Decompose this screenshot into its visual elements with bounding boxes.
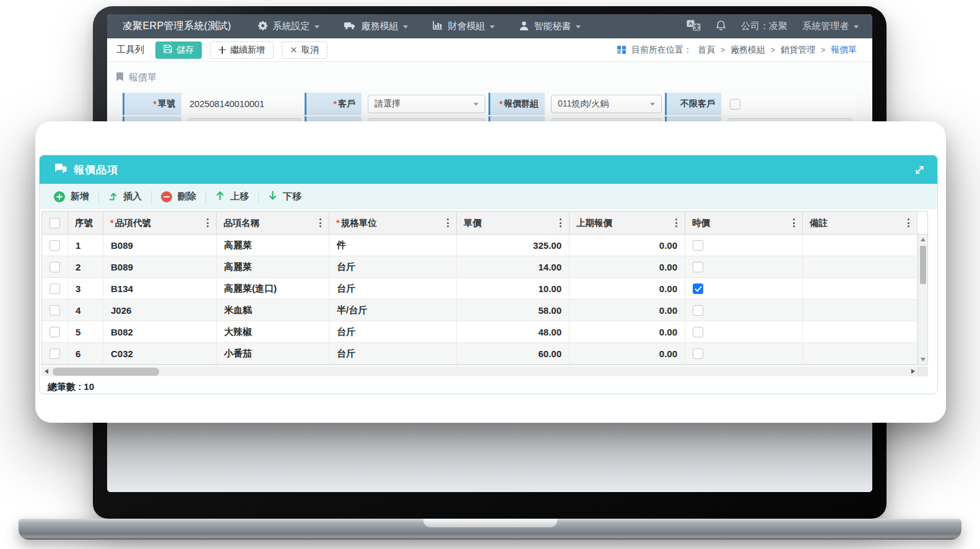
bell-icon[interactable] — [716, 20, 726, 33]
horizontal-scrollbar-track[interactable] — [51, 366, 908, 376]
required-marker: * — [500, 99, 503, 109]
cell-note[interactable] — [803, 278, 917, 299]
cell-price[interactable]: 14.00 — [457, 256, 570, 277]
cell-note[interactable] — [803, 256, 917, 277]
cell-name[interactable]: 高麗菜 — [217, 256, 329, 277]
column-menu-icon[interactable] — [206, 217, 209, 228]
quotation-items-modal: 報價品項 新增 插入 刪除 — [35, 121, 946, 423]
row-select-checkbox[interactable] — [50, 348, 60, 359]
market-price-checkbox[interactable] — [693, 305, 703, 316]
scroll-up-icon[interactable] — [921, 238, 926, 241]
row-select-checkbox[interactable] — [50, 305, 60, 316]
cell-unit[interactable]: 台斤 — [329, 256, 457, 277]
market-price-checkbox[interactable] — [693, 283, 703, 294]
column-menu-icon[interactable] — [907, 217, 910, 228]
cell-unit[interactable]: 件 — [329, 235, 457, 256]
horizontal-scrollbar[interactable] — [41, 366, 928, 376]
cell-price[interactable]: 60.00 — [457, 343, 570, 364]
cell-prev[interactable]: 0.00 — [570, 343, 685, 364]
column-menu-icon[interactable] — [559, 217, 562, 228]
vertical-scrollbar-thumb[interactable] — [920, 246, 926, 284]
scroll-right-button[interactable] — [908, 366, 918, 376]
menu-factory-module[interactable]: 廠務模組 — [344, 20, 408, 32]
vertical-scrollbar[interactable] — [917, 235, 927, 365]
quote-group-select[interactable]: 011燒肉/火鍋 — [551, 95, 662, 113]
continue-add-button[interactable]: 繼續新增 — [210, 41, 274, 59]
cell-code[interactable]: C032 — [103, 343, 217, 364]
row-select-checkbox[interactable] — [50, 262, 60, 272]
modal-title: 報價品項 — [74, 163, 118, 177]
cell-name[interactable]: 大辣椒 — [217, 321, 329, 342]
cell-price[interactable]: 58.00 — [457, 300, 570, 321]
cell-name[interactable]: 高麗菜(進口) — [217, 278, 329, 299]
column-menu-icon[interactable] — [675, 217, 678, 228]
cell-unit[interactable]: 台斤 — [329, 278, 457, 299]
market-price-checkbox[interactable] — [693, 348, 703, 359]
row-select-checkbox[interactable] — [50, 327, 60, 337]
scroll-down-icon[interactable] — [921, 358, 926, 361]
cell-prev[interactable]: 0.00 — [570, 321, 685, 342]
cell-code[interactable]: B082 — [103, 321, 217, 342]
table-row: 3B134高麗菜(進口)台斤10.000.00 — [42, 278, 927, 300]
add-row-button[interactable]: 新增 — [45, 184, 98, 209]
cell-price[interactable]: 48.00 — [457, 321, 570, 342]
cell-market — [685, 256, 803, 277]
expand-icon[interactable] — [914, 165, 925, 175]
select-all-checkbox[interactable] — [50, 218, 60, 228]
horizontal-scrollbar-thumb[interactable] — [53, 368, 159, 376]
market-price-checkbox[interactable] — [693, 262, 703, 272]
scroll-left-button[interactable] — [41, 366, 51, 376]
delete-row-button[interactable]: 刪除 — [152, 184, 206, 209]
column-menu-icon[interactable] — [792, 217, 796, 228]
cell-note[interactable] — [803, 300, 917, 321]
menu-system-settings[interactable]: 系統設定 — [258, 20, 319, 32]
market-price-checkbox[interactable] — [693, 240, 703, 251]
cell-note[interactable] — [803, 321, 917, 342]
cell-name[interactable]: 高麗菜 — [217, 235, 329, 256]
breadcrumb-sales-management[interactable]: 銷貨管理 — [781, 45, 815, 56]
cell-note[interactable] — [803, 235, 917, 256]
cell-prev[interactable]: 0.00 — [570, 256, 685, 277]
cell-prev[interactable]: 0.00 — [570, 300, 685, 321]
unlimited-customer-checkbox[interactable] — [730, 99, 740, 110]
market-price-checkbox[interactable] — [693, 327, 703, 337]
quote-group-label: *報價群組 — [490, 93, 545, 115]
insert-row-button[interactable]: 插入 — [99, 184, 151, 209]
row-select-checkbox[interactable] — [50, 283, 60, 294]
minus-circle-icon — [161, 191, 172, 202]
cancel-button[interactable]: 取消 — [282, 41, 327, 59]
user-menu[interactable]: 系統管理者 — [802, 20, 859, 32]
bookmark-icon — [116, 72, 123, 83]
menu-smart-secretary[interactable]: 智能秘書 — [519, 20, 581, 32]
cell-code[interactable]: B089 — [103, 256, 217, 277]
cell-note[interactable] — [803, 343, 917, 364]
order-no-value: 202508140010001 — [181, 93, 305, 115]
cell-code[interactable]: J026 — [103, 300, 217, 321]
save-button[interactable]: 儲存 — [155, 41, 202, 59]
column-menu-icon[interactable] — [446, 217, 449, 228]
cell-name[interactable]: 米血糕 — [217, 300, 329, 321]
cell-price[interactable]: 325.00 — [457, 235, 570, 256]
cell-prev[interactable]: 0.00 — [570, 235, 685, 256]
section-title-text: 報價單 — [129, 72, 157, 84]
breadcrumb-quotation[interactable]: 報價單 — [831, 45, 857, 56]
cell-prev[interactable]: 0.00 — [570, 278, 685, 299]
cell-unit[interactable]: 台斤 — [329, 343, 457, 364]
cell-unit[interactable]: 半/台斤 — [329, 300, 457, 321]
row-select-checkbox[interactable] — [50, 240, 60, 251]
customer-select[interactable]: 請選擇 — [368, 95, 485, 113]
cell-name[interactable]: 小番茄 — [217, 343, 329, 364]
cell-code[interactable]: B134 — [103, 278, 217, 299]
cell-unit[interactable]: 台斤 — [329, 321, 457, 342]
cell-price[interactable]: 10.00 — [457, 278, 570, 299]
cell-code[interactable]: B089 — [103, 235, 217, 256]
breadcrumb-home[interactable]: 首頁 — [698, 45, 715, 56]
chat-bubbles-icon — [53, 163, 67, 176]
translate-icon[interactable]: A文 — [687, 20, 701, 33]
table-row: 6C032小番茄台斤60.000.00 — [42, 343, 927, 365]
menu-finance-module[interactable]: 財會模組 — [433, 20, 495, 32]
column-menu-icon[interactable] — [319, 217, 322, 228]
move-down-button[interactable]: 下移 — [259, 184, 311, 209]
move-up-button[interactable]: 上移 — [206, 184, 258, 209]
breadcrumb-factory-module[interactable]: 廠務模組 — [731, 45, 765, 56]
